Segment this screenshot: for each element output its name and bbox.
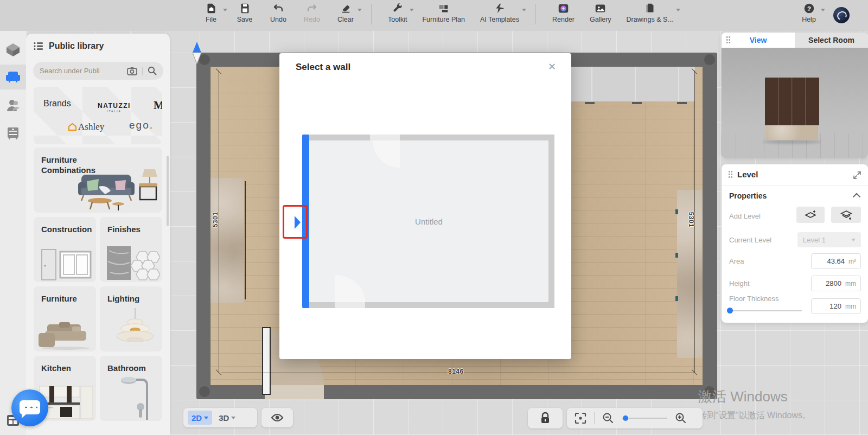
ego-logo: ego. (129, 119, 154, 131)
rail-storage-button[interactable] (0, 121, 26, 146)
partial-brand-logo: Mi (154, 99, 162, 112)
gallery-button[interactable]: Gallery (590, 3, 611, 23)
tab-select-room[interactable]: Select Room (795, 33, 868, 48)
list-menu-icon[interactable] (34, 42, 43, 50)
mode-2d-button[interactable]: 2D (188, 411, 212, 425)
toolkit-button[interactable]: Toolkit (388, 3, 407, 23)
help-button[interactable]: ? Help (800, 3, 818, 23)
north-arrow-icon (191, 41, 203, 65)
current-level-select[interactable]: Level 1 (797, 232, 861, 247)
undo-button[interactable]: Undo (269, 3, 288, 23)
zoom-slider-handle[interactable] (623, 415, 628, 421)
drag-handle-icon[interactable] (728, 170, 733, 179)
chevron-down-icon (851, 239, 856, 241)
search-input[interactable]: Search under Publi (33, 62, 163, 80)
user-avatar[interactable] (833, 7, 850, 23)
furniture-plan-button[interactable]: Furniture Plan (422, 3, 465, 23)
search-icon[interactable] (148, 66, 157, 75)
category-furniture-combinations[interactable]: Furniture Combinations (34, 148, 162, 213)
chevron-down-icon[interactable] (358, 9, 362, 11)
fit-screen-icon[interactable] (575, 412, 586, 424)
zoom-in-icon[interactable] (675, 412, 687, 424)
add-level-label: Add Level (729, 212, 761, 220)
height-field[interactable]: 2800 mm (811, 276, 861, 291)
zoom-out-icon[interactable] (602, 412, 614, 424)
chevron-down-icon[interactable] (410, 9, 414, 11)
chevron-down-icon[interactable] (821, 9, 825, 11)
brands-label: Brands (43, 99, 71, 108)
wall-corner-handle[interactable] (704, 54, 715, 65)
category-furniture[interactable]: Furniture (34, 286, 96, 351)
file-button[interactable]: File (202, 3, 220, 23)
redo-icon (306, 3, 318, 14)
add-level-above-button[interactable] (796, 207, 825, 223)
chevron-down-icon[interactable] (522, 9, 526, 11)
chevron-up-icon[interactable] (853, 193, 860, 197)
search-divider (142, 67, 143, 75)
modal-wall-right[interactable] (548, 140, 554, 302)
clear-button[interactable]: Clear (336, 3, 355, 23)
tab-view[interactable]: View (722, 33, 795, 48)
visibility-button[interactable] (261, 408, 293, 427)
rail-projects-button[interactable] (0, 37, 26, 62)
floor-thickness-slider-handle[interactable] (727, 308, 733, 314)
chat-support-button[interactable] (11, 389, 48, 426)
cabinet-handle-mark (675, 209, 678, 214)
eye-icon (271, 413, 284, 423)
area-field[interactable]: 43.64 m² (811, 253, 861, 269)
cabinet-icon (6, 126, 20, 140)
wall-corner-handle[interactable] (199, 386, 210, 397)
chevron-down-icon[interactable] (223, 9, 227, 11)
area-value: 43.64 (827, 257, 845, 265)
rail-account-button[interactable] (0, 93, 26, 118)
category-lighting[interactable]: Lighting (100, 286, 162, 351)
level-header: Level (728, 170, 758, 179)
floor-thickness-field[interactable]: 120 mm (811, 298, 861, 314)
render-button[interactable]: Render (552, 3, 575, 23)
lock-button[interactable] (528, 408, 563, 428)
door-leaf[interactable] (262, 327, 271, 395)
room-3d-preview[interactable] (722, 48, 868, 158)
category-bathroom[interactable]: Bathroom (100, 356, 162, 421)
furniture-image (37, 320, 94, 350)
cabinet-handle-mark (675, 253, 678, 258)
mode-3d-button[interactable]: 3D (215, 413, 239, 423)
door-opening[interactable] (265, 385, 324, 399)
floor-thickness-value: 120 (829, 302, 841, 310)
floor-thickness-slider[interactable] (729, 310, 802, 311)
height-unit: mm (845, 280, 856, 287)
sofa-icon (5, 71, 21, 84)
ai-templates-label: AI Templates (480, 16, 519, 23)
help-icon: ? (803, 3, 815, 14)
lighting-image (107, 308, 160, 350)
ashley-logo: Ashley (68, 121, 104, 132)
level-panel: Level Properties Add Level Current Level… (722, 164, 868, 323)
level-title: Level (737, 170, 758, 179)
redo-button[interactable]: Redo (303, 3, 321, 23)
close-icon[interactable]: ✕ (548, 61, 556, 73)
modal-door-gap-bottom (335, 302, 365, 308)
add-level-below-button[interactable] (831, 207, 861, 223)
drag-handle-icon[interactable] (726, 36, 731, 44)
current-level-label: Current Level (729, 236, 771, 244)
expand-icon[interactable] (853, 171, 861, 180)
camera-search-icon[interactable] (127, 67, 137, 75)
wardrobe-plan-left[interactable] (210, 178, 244, 303)
furniture-handle-mark (632, 102, 642, 104)
drawings-button[interactable]: Drawings & S... (627, 3, 673, 23)
category-finishes[interactable]: Finishes (100, 217, 162, 282)
sidebar-scrollbar[interactable] (167, 156, 169, 226)
save-button[interactable]: Save (235, 3, 254, 23)
furniture-handle-mark (677, 102, 687, 104)
category-label: Lighting (107, 294, 159, 304)
zoom-slider[interactable] (622, 418, 667, 419)
ai-templates-button[interactable]: AI Templates (480, 3, 519, 23)
public-library-panel: Public library Search under Publi Brands… (26, 34, 170, 435)
person-icon (6, 98, 20, 112)
category-construction[interactable]: Construction (34, 217, 96, 282)
chevron-down-icon[interactable] (676, 9, 680, 11)
modal-wall-top[interactable] (309, 135, 554, 140)
rail-furniture-library-button[interactable] (0, 65, 26, 89)
render-label: Render (552, 16, 575, 23)
brands-card[interactable]: Brands NATUZZI ITALIA Mi Ashley ego. (34, 87, 162, 144)
